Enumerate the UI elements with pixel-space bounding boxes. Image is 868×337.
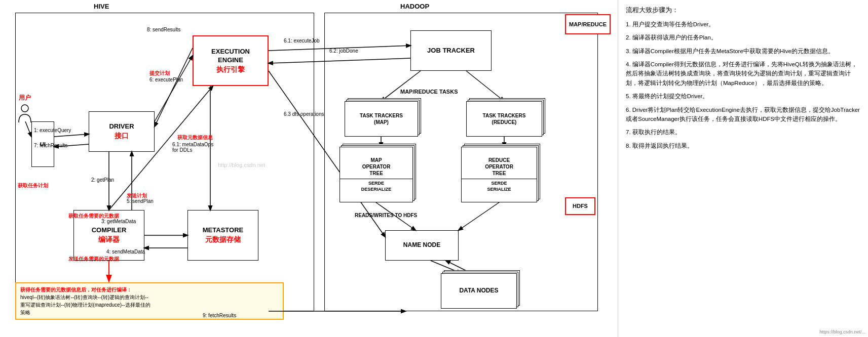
label-get-metadata-red: 获取元数据信息: [177, 134, 213, 141]
execution-engine-label: EXECUTIONENGINE: [211, 48, 250, 65]
task-trackers-reduce-stack: TASK TRACKERS(REDUCE): [466, 101, 542, 137]
label-send-metadata-red: 发送任务需要的元数据: [68, 256, 119, 263]
note-title: 获得任务需要的元数据信息后，对任务进行编译：: [20, 287, 132, 292]
side-panel-item-7: 7. 获取执行的结果。: [626, 128, 860, 137]
hdfs-box: HDFS: [565, 197, 595, 215]
label-execute-job: 6.1: executeJob: [284, 38, 320, 44]
user-label: 用户: [18, 94, 32, 102]
label-send-metadata: 4: sendMetaData: [106, 249, 145, 255]
side-panel: 流程大致步骤为： 1. 用户提交查询等任务给Driver。 2. 编译器获得该用…: [618, 0, 868, 337]
side-panel-item-1: 1. 用户提交查询等任务给Driver。: [626, 20, 860, 29]
user-icon: [18, 103, 32, 125]
side-panel-item-8: 8. 取得并返回执行结果。: [626, 141, 860, 150]
map-reduce-tasks-label: MAP/REDUCE TASKS: [400, 89, 458, 95]
task-trackers-map-stack: TASK TRACKERS(MAP): [345, 101, 418, 137]
map-operator-tree-stack: MAPOPERATORTREE SERDEDESERIALIZE: [339, 147, 413, 202]
map-reduce-box: MAP/REDUCE: [565, 14, 611, 34]
label-send-plan-5: 5: sendPlan: [127, 198, 154, 204]
side-panel-item-3: 3. 编译器Compiler根据用户任务去MetaStore中获取需要的Hive…: [626, 47, 860, 56]
label-get-task-plan: 获取任务计划: [18, 182, 48, 189]
bottom-url: https://blog.csdn.net/...: [819, 328, 865, 335]
driver-box: DRIVER 接口: [89, 111, 155, 152]
label-send-results: 8: sendResults: [147, 27, 180, 32]
name-node-box: NAME NODE: [385, 230, 459, 261]
diagram-area: HIVE HADOOP 用户 UI DRIVER 接口: [0, 0, 618, 337]
metastore-box: METASTORE 元数据存储: [187, 210, 258, 261]
label-fetch-results-9: 9: fetchResults: [203, 313, 236, 318]
user-block: 用户: [18, 94, 32, 125]
label-submit-plan: 提交计划: [149, 70, 170, 77]
note-line2: 重写逻辑查询计划--(转)物理计划(mapreduce)--选择最佳的: [20, 302, 150, 308]
side-panel-item-6: 6. Driver将计划Plan转交给ExecutionEngine去执行，获取…: [626, 105, 860, 124]
hive-border: [15, 13, 314, 311]
data-nodes-stack: DATA NODES: [441, 273, 517, 309]
side-panel-item-5: 5. 将最终的计划提交给Driver。: [626, 92, 860, 101]
reduce-operator-tree-stack: REDUCEOPERATORTREE SERDESERIALIZE: [461, 147, 537, 202]
svg-point-0: [21, 105, 28, 112]
label-job-done: 6.2: jobDone: [329, 48, 358, 54]
hadoop-label: HADOOP: [400, 3, 429, 10]
note-line3: 策略: [20, 310, 30, 315]
side-panel-item-2: 2. 编译器获得该用户的任务Plan。: [626, 33, 860, 42]
main-container: HIVE HADOOP 用户 UI DRIVER 接口: [0, 0, 868, 337]
side-panel-title: 流程大致步骤为：: [626, 5, 860, 16]
label-metadata-ops: 6.1: metaDataOpsfor DDLs: [172, 142, 213, 153]
hive-label: HIVE: [94, 3, 109, 10]
job-tracker-box: JOB TRACKER: [410, 30, 492, 71]
reads-writes-hdfs-label: READS/WRITES TO HDFS: [355, 213, 417, 218]
label-execute-plan: 6: executePlan: [149, 77, 183, 82]
note-box: 获得任务需要的元数据信息后，对任务进行编译： hiveql--(转)抽象语法树-…: [15, 282, 284, 320]
execution-engine-box: EXECUTIONENGINE 执行引擎: [193, 35, 269, 86]
side-panel-item-4: 4. 编译器Compiler得到元数据信息，对任务进行编译，先将HiveQL转换…: [626, 60, 860, 88]
label-get-plan: 2: getPlan: [91, 177, 114, 183]
label-get-metadata-3: 3: getMetaData: [101, 219, 136, 224]
note-line1: hiveql--(转)抽象语法树--(转)查询块--(转)逻辑的查询计划--: [20, 294, 148, 300]
label-execute-query: 1: executeQuery: [34, 128, 71, 133]
label-fetch-results: 7: fetchResults: [34, 143, 67, 148]
label-dfs-ops: 6.3 dfs operations: [284, 111, 324, 117]
